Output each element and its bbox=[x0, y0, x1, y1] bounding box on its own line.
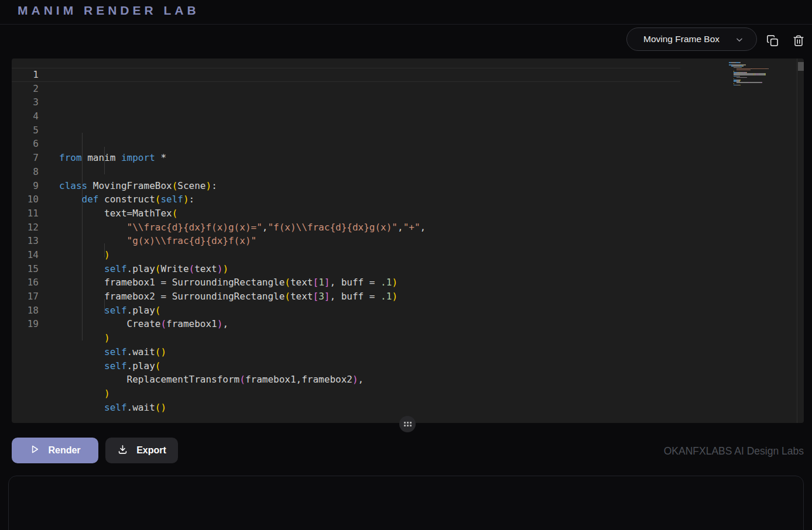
panel-resize-handle[interactable] bbox=[399, 416, 416, 432]
code-line: from manim import * bbox=[59, 151, 804, 165]
code-line: "g(x)\\frac{d}{dx}f(x)" bbox=[59, 234, 804, 248]
code-line: text=MathTex( bbox=[59, 207, 804, 221]
copy-button[interactable] bbox=[764, 33, 780, 50]
render-button-label: Render bbox=[48, 445, 80, 456]
code-line: ) bbox=[59, 387, 804, 401]
code-line: ReplacementTransform(framebox1,framebox2… bbox=[59, 373, 804, 387]
line-number: 2 bbox=[12, 82, 39, 96]
line-number: 4 bbox=[12, 109, 39, 123]
line-number: 17 bbox=[12, 290, 39, 304]
line-number: 1 bbox=[12, 68, 39, 82]
code-line: framebox1 = SurroundingRectangle(text[1]… bbox=[59, 276, 804, 290]
line-number: 3 bbox=[12, 95, 39, 109]
line-number: 13 bbox=[12, 234, 39, 248]
code-line: self.play(Write(text)) bbox=[59, 262, 804, 276]
code-line: self.play( bbox=[59, 359, 804, 373]
code-line: self.play( bbox=[59, 304, 804, 318]
code-line: Create(framebox1), bbox=[59, 317, 804, 331]
app-title: MANIM RENDER LAB bbox=[18, 4, 200, 18]
line-number: 6 bbox=[12, 137, 39, 151]
code-line: class MovingFrameBox(Scene): bbox=[59, 179, 804, 193]
scene-selector-value: Moving Frame Box bbox=[643, 34, 720, 44]
line-number: 9 bbox=[12, 179, 39, 193]
line-number: 11 bbox=[12, 207, 39, 221]
line-number: 14 bbox=[12, 248, 39, 262]
code-line bbox=[59, 165, 804, 179]
code-line: self.wait() bbox=[59, 345, 804, 359]
app-header: MANIM RENDER LAB bbox=[0, 0, 812, 25]
line-number: 16 bbox=[12, 276, 39, 290]
brand-text: OKANFXLABS AI Design Labs bbox=[664, 445, 804, 457]
code-editor[interactable]: 12345678910111213141516171819 from manim… bbox=[12, 58, 804, 423]
delete-button[interactable] bbox=[790, 33, 807, 50]
export-button-label: Export bbox=[136, 445, 166, 456]
minimap[interactable] bbox=[729, 62, 776, 97]
grip-dots-icon bbox=[404, 422, 412, 426]
line-number: 12 bbox=[12, 221, 39, 235]
render-button[interactable]: Render bbox=[12, 438, 98, 463]
line-number: 10 bbox=[12, 192, 39, 207]
copy-icon bbox=[766, 34, 779, 50]
code-line: "\\frac{d}{dx}f(x)g(x)=","f(x)\\frac{d}{… bbox=[59, 221, 804, 235]
line-number-gutter: 12345678910111213141516171819 bbox=[12, 68, 39, 331]
line-number: 15 bbox=[12, 262, 39, 276]
line-number: 8 bbox=[12, 165, 39, 179]
editor-scrollbar-thumb[interactable] bbox=[798, 62, 804, 71]
code-line: self.wait() bbox=[59, 401, 804, 415]
code-line: def construct(self): bbox=[59, 192, 804, 207]
line-number: 7 bbox=[12, 151, 39, 165]
code-line: framebox2 = SurroundingRectangle(text[3]… bbox=[59, 290, 804, 304]
code-line: ) bbox=[59, 248, 804, 262]
download-icon bbox=[117, 444, 128, 457]
line-number: 18 bbox=[12, 304, 39, 318]
render-output-panel bbox=[8, 476, 804, 530]
line-number: 19 bbox=[12, 317, 39, 331]
chevron-down-icon bbox=[735, 36, 744, 46]
code-line: ) bbox=[59, 331, 804, 345]
line-number: 5 bbox=[12, 123, 39, 137]
code-content[interactable]: from manim import *class MovingFrameBox(… bbox=[59, 68, 804, 423]
export-button[interactable]: Export bbox=[105, 438, 178, 463]
play-icon bbox=[29, 444, 40, 457]
scene-selector-dropdown[interactable]: Moving Frame Box bbox=[626, 27, 757, 51]
trash-icon bbox=[792, 34, 805, 50]
